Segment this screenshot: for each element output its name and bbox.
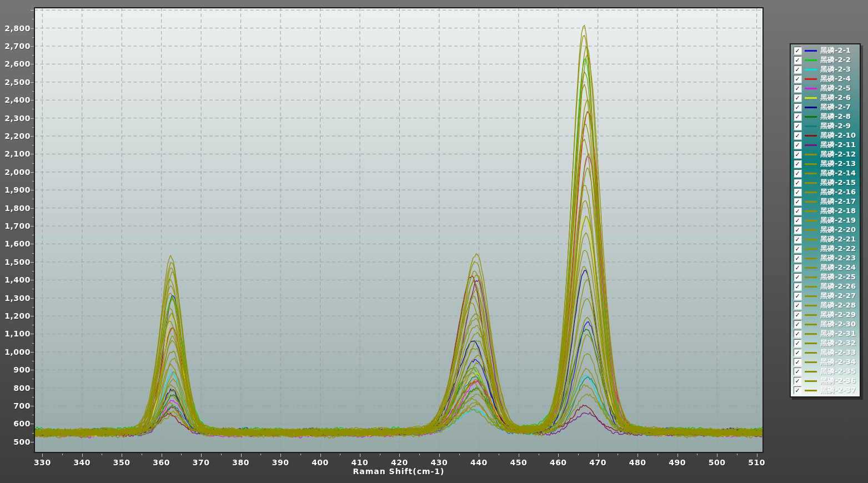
legend-row: ✓黑磷-2-30 <box>794 320 860 329</box>
legend-line-swatch <box>805 97 817 99</box>
legend-checkbox-checked[interactable]: ✓ <box>794 113 801 120</box>
legend-checkbox-checked[interactable]: ✓ <box>794 198 801 205</box>
legend-checkbox-checked[interactable]: ✓ <box>794 122 801 130</box>
legend-checkbox-checked[interactable]: ✓ <box>794 330 801 338</box>
legend-row: ✓黑磷-2-32 <box>794 339 860 348</box>
legend-checkbox-checked[interactable]: ✓ <box>794 47 801 54</box>
legend-checkbox-checked[interactable]: ✓ <box>794 150 801 158</box>
legend-checkbox-checked[interactable]: ✓ <box>794 283 801 290</box>
legend-checkbox-checked[interactable]: ✓ <box>794 386 801 394</box>
legend-line-swatch <box>805 239 817 240</box>
legend-series-label: 黑磷-2-25 <box>820 272 856 282</box>
legend-row: ✓黑磷-2-15 <box>794 178 860 187</box>
legend-checkbox-checked[interactable]: ✓ <box>794 358 801 366</box>
legend-checkbox-checked[interactable]: ✓ <box>794 179 801 187</box>
legend-checkbox-checked[interactable]: ✓ <box>794 320 801 328</box>
legend-row: ✓黑磷-2-25 <box>794 273 860 281</box>
y-tick-label: 1,200 <box>0 311 31 321</box>
legend-checkbox-checked[interactable]: ✓ <box>794 292 801 300</box>
legend-row: ✓黑磷-2-4 <box>794 74 860 83</box>
legend-checkbox-checked[interactable]: ✓ <box>794 94 801 102</box>
legend-line-swatch <box>805 182 817 184</box>
legend-checkbox-checked[interactable]: ✓ <box>794 132 801 139</box>
legend-series-label: 黑磷-2-23 <box>820 253 856 263</box>
legend-row: ✓黑磷-2-22 <box>794 244 860 253</box>
legend-row: ✓黑磷-2-36 <box>794 376 860 385</box>
x-tick-label: 490 <box>660 457 695 467</box>
x-tick-label: 480 <box>620 457 655 467</box>
legend-row: ✓黑磷-2-23 <box>794 254 860 263</box>
legend-checkbox-checked[interactable]: ✓ <box>794 235 801 243</box>
legend-line-swatch <box>805 305 817 306</box>
legend-line-swatch <box>805 144 817 146</box>
legend-row: ✓黑磷-2-6 <box>794 93 860 102</box>
y-tick-label: 1,100 <box>0 329 31 339</box>
legend-line-swatch <box>805 314 817 316</box>
legend-checkbox-checked[interactable]: ✓ <box>794 301 801 309</box>
y-tick-label: 1,000 <box>0 347 31 357</box>
legend-line-swatch <box>805 286 817 288</box>
legend-checkbox-checked[interactable]: ✓ <box>794 226 801 234</box>
x-tick-label: 360 <box>144 457 179 467</box>
legend-series-label: 黑磷-2-5 <box>820 83 851 93</box>
legend-row: ✓黑磷-2-24 <box>794 263 860 272</box>
legend-checkbox-checked[interactable]: ✓ <box>794 66 801 73</box>
legend-row: ✓黑磷-2-16 <box>794 188 860 197</box>
legend-checkbox-checked[interactable]: ✓ <box>794 75 801 83</box>
legend-checkbox-checked[interactable]: ✓ <box>794 169 801 177</box>
legend-checkbox-checked[interactable]: ✓ <box>794 160 801 168</box>
legend-row: ✓黑磷-2-7 <box>794 103 860 112</box>
legend-line-swatch <box>805 125 817 127</box>
legend-line-swatch <box>805 229 817 231</box>
legend-checkbox-checked[interactable]: ✓ <box>794 311 801 319</box>
legend-checkbox-checked[interactable]: ✓ <box>794 368 801 375</box>
legend-series-label: 黑磷-2-3 <box>820 64 851 74</box>
legend-checkbox-checked[interactable]: ✓ <box>794 207 801 215</box>
legend-checkbox-checked[interactable]: ✓ <box>794 217 801 224</box>
legend-series-label: 黑磷-2-34 <box>820 357 856 367</box>
legend-row: ✓黑磷-2-17 <box>794 197 860 206</box>
legend-line-swatch <box>805 116 817 118</box>
legend-row: ✓黑磷-2-26 <box>794 282 860 291</box>
legend-line-swatch <box>805 352 817 354</box>
x-tick-label: 420 <box>382 457 417 467</box>
x-tick-label: 460 <box>540 457 576 467</box>
legend-checkbox-checked[interactable]: ✓ <box>794 245 801 253</box>
y-tick-label: 600 <box>0 419 31 429</box>
legend-checkbox-checked[interactable]: ✓ <box>794 188 801 196</box>
x-tick-label: 340 <box>64 457 100 467</box>
legend-line-swatch <box>805 78 817 80</box>
x-tick-label: 470 <box>580 457 616 467</box>
legend-series-label: 黑磷-2-6 <box>820 93 851 103</box>
legend-checkbox-checked[interactable]: ✓ <box>794 377 801 385</box>
legend-checkbox-checked[interactable]: ✓ <box>794 84 801 92</box>
x-tick-label: 440 <box>461 457 496 467</box>
legend-line-swatch <box>805 154 817 155</box>
legend-checkbox-checked[interactable]: ✓ <box>794 254 801 262</box>
y-tick-label: 700 <box>0 401 31 411</box>
legend-checkbox-checked[interactable]: ✓ <box>794 103 801 111</box>
legend-row: ✓黑磷-2-31 <box>794 329 860 338</box>
legend-checkbox-checked[interactable]: ✓ <box>794 339 801 347</box>
legend-line-swatch <box>805 50 817 52</box>
y-tick-label: 2,100 <box>0 149 31 159</box>
legend-line-swatch <box>805 258 817 259</box>
legend-checkbox-checked[interactable]: ✓ <box>794 264 801 271</box>
legend-series-label: 黑磷-2-21 <box>820 234 856 244</box>
y-tick-label: 2,600 <box>0 59 31 69</box>
legend-line-swatch <box>805 343 817 344</box>
legend-checkbox-checked[interactable]: ✓ <box>794 141 801 149</box>
x-tick-label: 450 <box>501 457 536 467</box>
legend-checkbox-checked[interactable]: ✓ <box>794 56 801 64</box>
legend-checkbox-checked[interactable]: ✓ <box>794 273 801 281</box>
legend-row: ✓黑磷-2-14 <box>794 169 860 178</box>
legend-row: ✓黑磷-2-1 <box>794 46 860 55</box>
y-tick-label: 1,600 <box>0 239 31 249</box>
legend-line-swatch <box>805 371 817 373</box>
raman-spectra-app: { "colors": { "outer_background_top": "#… <box>0 0 868 483</box>
x-tick-label: 400 <box>303 457 338 467</box>
legend-series-label: 黑磷-2-31 <box>820 329 856 339</box>
legend-line-swatch <box>805 248 817 250</box>
legend-checkbox-checked[interactable]: ✓ <box>794 349 801 356</box>
legend-line-swatch <box>805 88 817 89</box>
